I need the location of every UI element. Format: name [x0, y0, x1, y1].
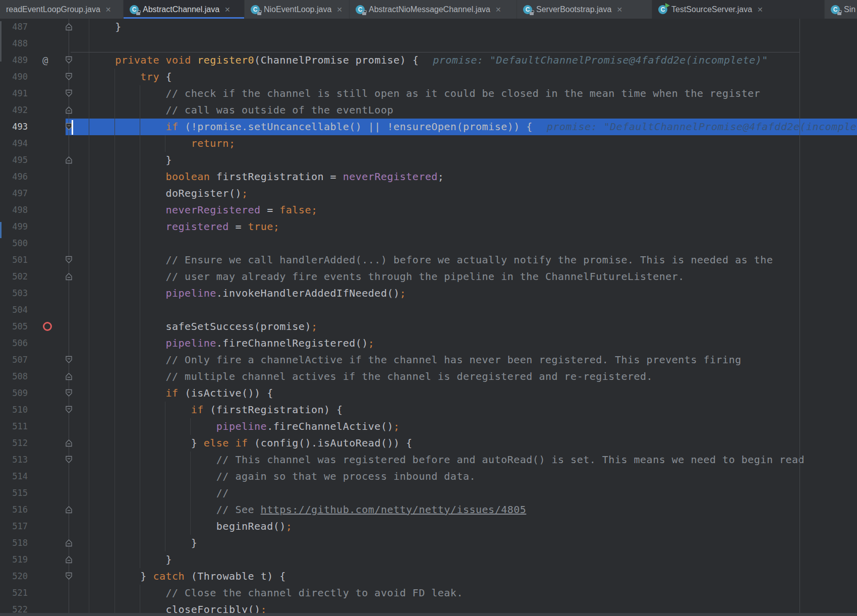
code-text[interactable]: }	[90, 551, 172, 568]
code-text[interactable]: }	[90, 152, 172, 169]
code-text[interactable]: private void register0(ChannelPromise pr…	[90, 52, 768, 69]
fold-start-icon[interactable]	[65, 456, 73, 464]
close-icon[interactable]: ✕	[757, 6, 763, 14]
code-text[interactable]: beginRead();	[90, 518, 292, 535]
line-number[interactable]: 514	[0, 468, 28, 485]
code-text[interactable]: // check if the channel is still open as…	[90, 85, 760, 102]
code-line-495[interactable]: 495 }	[0, 152, 857, 169]
code-text[interactable]: }	[90, 535, 197, 551]
fold-end-icon[interactable]	[65, 156, 73, 164]
close-icon[interactable]: ✕	[224, 6, 231, 14]
tab-serverbootstrap-java[interactable]: CServerBootstrap.java✕	[517, 0, 652, 19]
code-line-491[interactable]: 491 // check if the channel is still ope…	[0, 85, 857, 102]
code-line-509[interactable]: 509 if (isActive()) {	[0, 385, 857, 402]
fold-end-icon[interactable]	[65, 372, 73, 380]
fold-start-icon[interactable]	[65, 256, 73, 264]
code-line-501[interactable]: 501 // Ensure we call handlerAdded(...) …	[0, 252, 857, 268]
line-number[interactable]: 518	[0, 535, 28, 551]
fold-end-icon[interactable]	[65, 539, 73, 547]
code-text[interactable]: registered = true;	[90, 218, 279, 235]
line-number[interactable]: 488	[0, 35, 28, 52]
code-line-490[interactable]: 490 try {	[0, 69, 857, 85]
fold-end-icon[interactable]	[65, 23, 73, 31]
fold-end-icon[interactable]	[65, 106, 73, 114]
code-line-508[interactable]: 508 // multiple channel actives if the c…	[0, 368, 857, 385]
code-line-497[interactable]: 497 doRegister();	[0, 185, 857, 202]
line-number[interactable]: 496	[0, 169, 28, 185]
line-number[interactable]: 499	[0, 218, 28, 235]
line-number[interactable]: 520	[0, 568, 28, 585]
fold-start-icon[interactable]	[65, 572, 73, 580]
code-line-499[interactable]: 499 registered = true;	[0, 218, 857, 235]
annotation-gutter-icon[interactable]: @	[42, 52, 48, 69]
code-line-493[interactable]: 493 if (!promise.setUncancellable() || !…	[0, 119, 857, 135]
line-number[interactable]: 515	[0, 485, 28, 501]
line-number[interactable]: 506	[0, 335, 28, 352]
line-number[interactable]: 489	[0, 52, 28, 69]
code-text[interactable]: try {	[90, 69, 172, 85]
code-line-514[interactable]: 514 // again so that we process inbound …	[0, 468, 857, 485]
line-number[interactable]: 495	[0, 152, 28, 169]
code-line-512[interactable]: 512 } else if (config().isAutoRead()) {	[0, 435, 857, 452]
code-line-516[interactable]: 516 // See https://github.com/netty/nett…	[0, 501, 857, 518]
fold-end-icon[interactable]	[65, 506, 73, 514]
code-line-504[interactable]: 504	[0, 302, 857, 318]
fold-end-icon[interactable]	[65, 555, 73, 564]
fold-start-icon[interactable]	[65, 356, 73, 364]
close-icon[interactable]: ✕	[495, 6, 501, 14]
code-text[interactable]: pipeline.fireChannelActive();	[90, 418, 400, 435]
line-number[interactable]: 521	[0, 585, 28, 601]
line-number[interactable]: 507	[0, 352, 28, 368]
line-number[interactable]: 498	[0, 202, 28, 218]
line-number[interactable]: 505	[0, 318, 28, 335]
line-number[interactable]: 512	[0, 435, 28, 452]
code-line-496[interactable]: 496 boolean firstRegistration = neverReg…	[0, 169, 857, 185]
code-line-521[interactable]: 521 // Close the channel directly to avo…	[0, 585, 857, 601]
code-line-488[interactable]: 488	[0, 35, 857, 52]
code-line-502[interactable]: 502 // user may already fire events thro…	[0, 268, 857, 285]
close-icon[interactable]: ✕	[105, 6, 111, 14]
tab-abstractchannel-java[interactable]: CAbstractChannel.java✕	[124, 0, 245, 19]
code-text[interactable]: if (firstRegistration) {	[90, 402, 343, 418]
breakpoint-icon[interactable]	[43, 322, 52, 331]
code-text[interactable]: // multiple channel actives if the chann…	[90, 368, 653, 385]
fold-start-icon[interactable]	[65, 89, 73, 97]
code-line-510[interactable]: 510 if (firstRegistration) {	[0, 402, 857, 418]
code-line-513[interactable]: 513 // This channel was registered befor…	[0, 452, 857, 468]
code-text[interactable]: neverRegistered = false;	[90, 202, 318, 218]
code-text[interactable]: // again so that we process inbound data…	[90, 468, 476, 485]
code-text[interactable]: }	[90, 19, 122, 35]
tab-testsourceserver-java[interactable]: CTestSourceServer.java✕	[652, 0, 825, 19]
code-text[interactable]: } catch (Throwable t) {	[90, 568, 286, 585]
close-icon[interactable]: ✕	[336, 6, 342, 14]
line-number[interactable]: 508	[0, 368, 28, 385]
line-number[interactable]: 516	[0, 501, 28, 518]
code-text[interactable]: pipeline.fireChannelRegistered();	[90, 335, 374, 352]
code-text[interactable]: // This channel was registered before an…	[90, 452, 805, 468]
fold-end-icon[interactable]	[65, 272, 73, 281]
code-line-511[interactable]: 511 pipeline.fireChannelActive();	[0, 418, 857, 435]
fold-start-icon[interactable]	[65, 73, 73, 81]
line-number[interactable]: 517	[0, 518, 28, 535]
code-line-500[interactable]: 500	[0, 235, 857, 252]
code-text[interactable]: boolean firstRegistration = neverRegiste…	[90, 169, 444, 185]
fold-start-icon[interactable]	[65, 406, 73, 414]
fold-end-icon[interactable]	[65, 439, 73, 447]
code-line-507[interactable]: 507 // Only fire a channelActive if the …	[0, 352, 857, 368]
code-line-519[interactable]: 519 }	[0, 551, 857, 568]
line-number[interactable]: 509	[0, 385, 28, 402]
line-number[interactable]: 504	[0, 302, 28, 318]
code-line-489[interactable]: 489@ private void register0(ChannelPromi…	[0, 52, 857, 69]
code-text[interactable]: } else if (config().isAutoRead()) {	[90, 435, 413, 452]
fold-start-icon[interactable]	[65, 389, 73, 397]
tab-readeventloopgroup-java[interactable]: readEventLoopGroup.java✕	[0, 0, 124, 19]
code-text[interactable]: // Ensure we call handlerAdded(...) befo…	[90, 252, 773, 268]
code-line-492[interactable]: 492 // call was outside of the eventLoop	[0, 102, 857, 119]
code-text[interactable]: // call was outside of the eventLoop	[90, 102, 393, 119]
close-icon[interactable]: ✕	[616, 6, 622, 14]
line-number[interactable]: 490	[0, 69, 28, 85]
code-line-515[interactable]: 515 //	[0, 485, 857, 501]
code-text[interactable]: doRegister();	[90, 185, 248, 202]
code-text[interactable]: if (!promise.setUncancellable() || !ensu…	[90, 119, 857, 135]
line-number[interactable]: 513	[0, 452, 28, 468]
